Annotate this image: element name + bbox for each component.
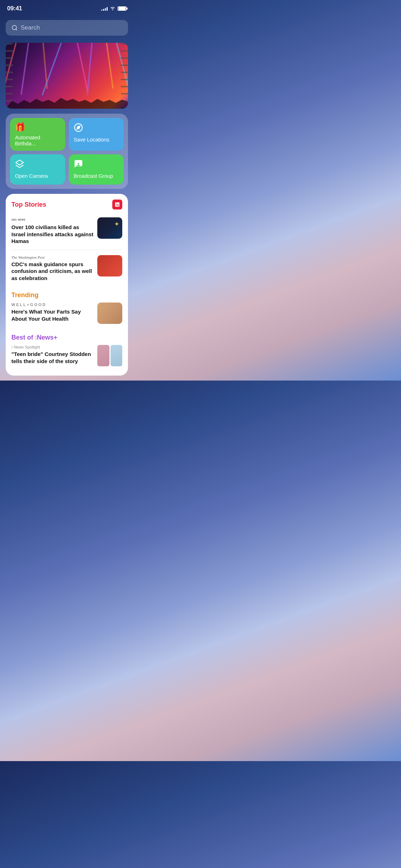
status-bar: 09:41 [0, 0, 134, 14]
shortcut-save-locations[interactable]: Save Locations [69, 118, 124, 151]
news-thumbnail-trending [97, 303, 122, 324]
wifi-icon [110, 6, 115, 11]
truss-left [6, 43, 13, 109]
news-content-1: ABC NEWS Over 100 civilians killed as Is… [11, 217, 94, 245]
truss-right [121, 43, 128, 109]
bestof-header: Best of News+ [11, 334, 122, 341]
news-thumbnail-1 [97, 217, 122, 239]
apple-icon:  [11, 345, 13, 349]
best-thumb-left [97, 345, 109, 366]
news-item-bestof[interactable]:  News Spotlight "Teen bride" Courtney S… [11, 341, 122, 370]
news-content-2: The Washington Post CDC's mask guidance … [11, 255, 94, 282]
news-headline-bestof: "Teen bride" Courtney Stodden tells thei… [11, 351, 94, 365]
section-gap-2 [11, 327, 122, 334]
apple-news-logo [112, 200, 122, 210]
bestof-title: Best of News+ [11, 334, 57, 341]
shortcut-automated-birthday[interactable]: 🎁 Automated Birthda... [10, 118, 65, 151]
news-source-1: ABC NEWS [11, 217, 94, 222]
news-thumbnail-bestof [97, 345, 122, 366]
shortcut-broadcast-group[interactable]: Broadcast Group [69, 154, 124, 185]
broadcast-icon [74, 159, 119, 170]
news-item-trending[interactable]: WELL+GOOD Here's What Your Farts Say Abo… [11, 299, 122, 327]
svg-marker-3 [77, 126, 80, 129]
best-thumb-right [110, 345, 123, 366]
news-source-bestof:  News Spotlight [11, 345, 94, 349]
shortcut-open-camera[interactable]: Open Camera [10, 154, 65, 185]
news-headline-1: Over 100 civilians killed as Israel inte… [11, 224, 94, 245]
concert-image [6, 43, 128, 109]
news-content-bestof:  News Spotlight "Teen bride" Courtney S… [11, 345, 94, 365]
shortcuts-widget: 🎁 Automated Birthda... Save Locations Op… [6, 114, 128, 189]
news-thumbnail-2 [97, 255, 122, 277]
news-item-2[interactable]: The Washington Post CDC's mask guidance … [11, 252, 122, 285]
shortcut-label-save-locations: Save Locations [74, 136, 119, 143]
search-container: Search [0, 16, 134, 40]
section-gap-1 [11, 285, 122, 291]
search-icon [11, 25, 18, 31]
layers-icon [15, 159, 60, 170]
gift-icon: 🎁 [15, 123, 60, 131]
search-placeholder: Search [21, 24, 40, 31]
status-time: 09:41 [7, 5, 22, 12]
news-source-trending: WELL+GOOD [11, 303, 94, 307]
shortcuts-grid: 🎁 Automated Birthda... Save Locations Op… [10, 118, 124, 185]
news-headline-2: CDC's mask guidance spurs confusion and … [11, 261, 94, 282]
compass-icon [74, 123, 119, 134]
divider-1 [11, 250, 122, 250]
svg-text:ABC NEWS: ABC NEWS [11, 218, 26, 221]
search-bar[interactable]: Search [6, 20, 128, 36]
svg-line-1 [16, 29, 17, 30]
shortcut-label-automated-birthday: Automated Birthda... [15, 134, 60, 146]
svg-point-0 [12, 25, 16, 30]
signal-bars-icon [101, 6, 108, 11]
news-item-1[interactable]: ABC NEWS Over 100 civilians killed as Is… [11, 214, 122, 248]
top-stories-header: Top Stories [11, 200, 122, 210]
shortcut-label-broadcast-group: Broadcast Group [74, 173, 119, 179]
news-source-2: The Washington Post [11, 255, 94, 259]
battery-icon [118, 6, 127, 11]
news-headline-trending: Here's What Your Farts Say About Your Gu… [11, 308, 94, 322]
top-stories-title: Top Stories [11, 201, 46, 208]
svg-marker-4 [16, 160, 24, 165]
shortcut-label-open-camera: Open Camera [15, 173, 60, 179]
news-content-trending: WELL+GOOD Here's What Your Farts Say Abo… [11, 303, 94, 322]
news-widget: Top Stories ABC NEWS Over 100 civilians … [6, 194, 128, 376]
trending-title: Trending [11, 291, 38, 299]
status-icons [101, 6, 127, 11]
trending-header: Trending [11, 291, 122, 299]
